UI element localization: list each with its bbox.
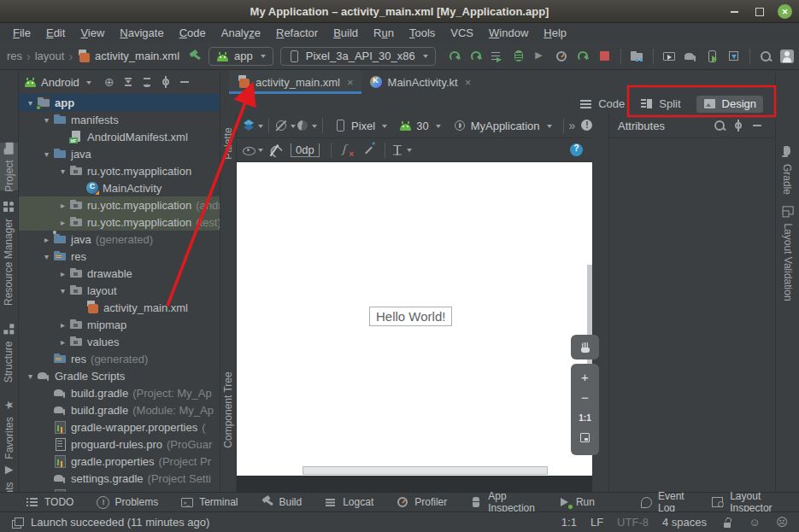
status-4-spaces[interactable]: 4 spaces (662, 516, 707, 529)
tree-row-activity-main-xml[interactable]: activity_main.xml (19, 299, 220, 316)
chevron-expanded-icon[interactable]: ▾ (40, 149, 53, 159)
collapse-all-button[interactable] (138, 73, 156, 91)
chevron-expanded-icon[interactable]: ▾ (40, 252, 53, 261)
chevron-collapsed-icon[interactable]: ▸ (40, 235, 53, 244)
tool-window-event-log[interactable]: Event Log (639, 490, 689, 514)
tool-strip-structure[interactable]: Structure (0, 323, 18, 383)
tool-window-build[interactable]: Build (261, 495, 303, 509)
menu-item-tools[interactable]: Tools (402, 26, 443, 39)
chevron-collapsed-icon[interactable]: ▸ (56, 218, 69, 227)
tree-row-mipmap[interactable]: ▸mipmap (19, 316, 220, 333)
tree-row-values[interactable]: ▸values (19, 333, 220, 350)
status-utf-8[interactable]: UTF-8 (617, 516, 649, 529)
chevron-collapsed-icon[interactable]: ▸ (56, 269, 69, 278)
settings-button[interactable] (156, 73, 175, 91)
tree-row-drawable[interactable]: ▸drawable (19, 265, 220, 282)
chevron-expanded-icon[interactable]: ▾ (40, 115, 53, 125)
device-canvas[interactable]: Hello World! (237, 162, 592, 476)
zoom-fit-slot[interactable] (579, 431, 592, 447)
view-options-button[interactable] (242, 140, 263, 161)
menu-item-help[interactable]: Help (536, 26, 574, 39)
project-view-selector[interactable]: Android (24, 76, 91, 89)
run-configuration-select[interactable]: app (209, 47, 273, 66)
tool-window-app-inspection[interactable]: App Inspection (469, 490, 535, 514)
infer-constraints-button[interactable] (358, 140, 379, 161)
lock-button[interactable] (720, 516, 734, 529)
zoom-level-button[interactable]: 1:1 (579, 413, 590, 423)
menu-item-navigate[interactable]: Navigate (112, 26, 171, 39)
tool-strip-favorites[interactable]: Favorites (0, 396, 18, 461)
breadcrumb-segment[interactable]: layout (35, 50, 65, 62)
close-tab-icon[interactable]: × (465, 76, 472, 89)
tree-row-settings-gradle[interactable]: settings.gradle(Project Setti (19, 470, 220, 487)
minimize-button[interactable] (726, 4, 742, 20)
menu-item-run[interactable]: Run (366, 26, 402, 39)
gradle-sync-button[interactable] (680, 46, 702, 67)
tool-strip-gradle[interactable]: Gradle (776, 143, 799, 197)
tool-window-terminal[interactable]: Terminal (180, 495, 238, 509)
tree-row-res[interactable]: ▾res (19, 248, 220, 265)
tool-window-problems[interactable]: Problems (96, 495, 158, 509)
tree-row-gradle-wrapper-properties[interactable]: gradle-wrapper.properties( (19, 418, 220, 436)
tree-row-manifests[interactable]: ▾manifests (19, 111, 220, 128)
tool-strip-layout-validation[interactable]: Layout Validation (776, 200, 799, 306)
tree-row-java[interactable]: ▸java(generated) (19, 231, 220, 248)
search-everywhere-button[interactable] (755, 46, 777, 67)
mode-code[interactable]: Code (579, 97, 625, 111)
profiler-button[interactable] (551, 46, 573, 67)
clear-constraints-button[interactable] (337, 140, 358, 161)
sad-face-button[interactable] (775, 516, 789, 529)
tool-window-run[interactable]: Run (557, 495, 595, 509)
orientation-button[interactable] (274, 115, 296, 136)
chevron-expanded-icon[interactable]: ▾ (24, 371, 37, 381)
error-panel-button[interactable] (580, 115, 594, 136)
tool-window-logcat[interactable]: Logcat (324, 495, 373, 509)
menu-item-view[interactable]: View (73, 26, 112, 39)
device-manager-button[interactable] (659, 46, 680, 67)
device-file-explorer-button[interactable] (626, 46, 648, 67)
api-select[interactable]: 30 (399, 120, 440, 132)
breadcrumb-file[interactable]: activity_main.xml (95, 50, 179, 62)
close-tab-icon[interactable]: × (347, 76, 354, 89)
rerun-button[interactable] (444, 46, 466, 67)
night-mode-button[interactable] (296, 115, 317, 136)
tree-row-mainactivity[interactable]: MainActivity (19, 179, 220, 196)
attributes-settings-button[interactable] (729, 116, 748, 135)
zoom-out-button[interactable]: − (581, 392, 589, 404)
palette-tab[interactable]: Palette (220, 137, 236, 149)
apply-code-changes-button[interactable] (487, 46, 508, 67)
pan-button[interactable] (571, 335, 599, 360)
debug-button[interactable] (508, 46, 530, 67)
chevron-expanded-icon[interactable]: ▾ (56, 286, 69, 295)
theme-select[interactable]: MyApplication (453, 119, 552, 132)
attributes-hide-button[interactable] (748, 116, 767, 135)
device-select[interactable]: Pixel (334, 119, 387, 132)
tree-row-layout[interactable]: ▾layout (19, 282, 220, 299)
tree-row-ru-yotc-myapplication[interactable]: ▸ru.yotc.myapplication(test) (19, 213, 220, 231)
expand-all-button[interactable] (119, 73, 138, 91)
chevron-collapsed-icon[interactable]: ▸ (56, 201, 69, 210)
sdk-manager-button[interactable] (723, 46, 744, 67)
layers-button[interactable] (242, 115, 263, 136)
attributes-search-button[interactable] (710, 116, 729, 135)
horizontal-scrollbar[interactable] (303, 466, 548, 475)
tree-row-proguard-rules-pro[interactable]: proguard-rules.pro(ProGuar (19, 436, 220, 453)
chevron-collapsed-icon[interactable]: ▸ (56, 320, 69, 330)
chevron-collapsed-icon[interactable]: ▸ (56, 337, 69, 347)
close-button[interactable] (778, 4, 792, 19)
locate-button[interactable] (100, 73, 119, 91)
user-avatar-button[interactable] (777, 46, 798, 67)
autoconnect-off-button[interactable] (263, 140, 285, 161)
tree-row-build-gradle[interactable]: build.gradle(Module: My_Ap (19, 401, 220, 418)
menu-item-edit[interactable]: Edit (38, 26, 73, 39)
tool-strip-project[interactable]: Project (0, 143, 18, 190)
status-1-1[interactable]: 1:1 (561, 516, 577, 529)
tree-row-androidmanifest-xml[interactable]: AndroidManifest.xml (19, 128, 220, 145)
component-tree-tab[interactable]: Component Tree (220, 404, 236, 416)
editor-tab-mainactivity-kt[interactable]: MainActivity.kt× (361, 70, 479, 94)
zoom-in-button[interactable]: + (581, 371, 589, 383)
menu-item-window[interactable]: Window (481, 26, 536, 39)
tree-row-build-gradle[interactable]: build.gradle(Project: My_Ap (19, 384, 220, 401)
device-select[interactable]: Pixel_3a_API_30_x86 (280, 47, 436, 66)
tree-row-ru-yotc-myapplication[interactable]: ▾ru.yotc.myapplication (19, 162, 220, 179)
